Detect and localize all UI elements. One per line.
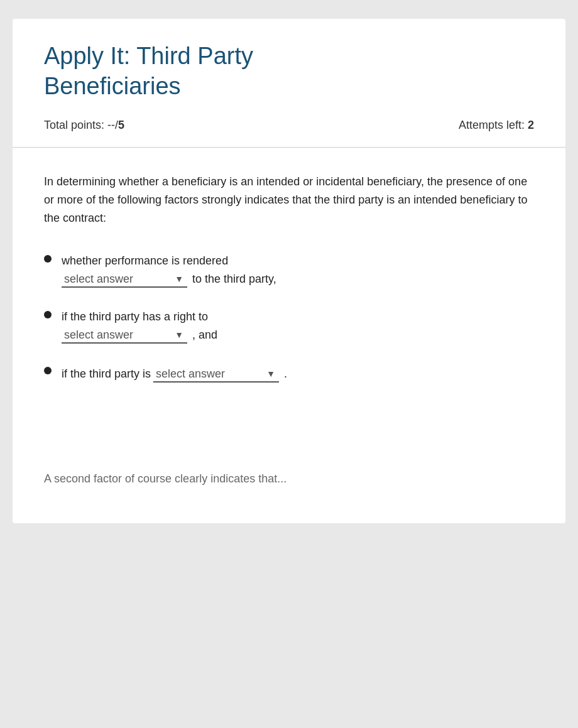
card-body: In determining whether a beneficiary is … [13,148,565,523]
card-meta: Total points: --/5 Attempts left: 2 [44,119,534,132]
dropdown-3[interactable]: select answer [153,366,279,383]
bullet-text-3: if the third party is [62,365,151,383]
list-item: whether performance is rendered select a… [44,252,534,288]
bullet-item-content: whether performance is rendered select a… [62,252,534,288]
page-title: Apply It: Third Party Beneficiaries [44,41,534,101]
bullet-text-2: if the third party has a right to [62,308,534,326]
bullet-item-content: if the third party has a right to select… [62,308,534,344]
bullet-item-content: if the third party is select answer ▼ . [62,364,534,383]
select-wrapper-3: select answer ▼ [153,366,279,383]
suffix-3: . [284,367,287,381]
main-card: Apply It: Third Party Beneficiaries Tota… [13,19,565,523]
select-wrapper-1: select answer ▼ [62,271,187,288]
suffix-1: to the third party, [192,273,276,286]
card-header: Apply It: Third Party Beneficiaries Tota… [13,19,565,148]
list-item: if the third party is select answer ▼ . [44,364,534,383]
bullet-dropdown-line-1: select answer ▼ to the third party, [62,271,534,288]
list-item: if the third party has a right to select… [44,308,534,344]
bullet-dot [44,255,52,263]
bullet-dot [44,367,52,374]
dropdown-2[interactable]: select answer [62,327,187,344]
select-wrapper-2: select answer ▼ [62,327,187,344]
bullet-dropdown-line-2: select answer ▼ , and [62,327,534,344]
dropdown-1[interactable]: select answer [62,271,187,288]
suffix-2: , and [192,329,217,342]
cutoff-text: A second factor of course clearly indica… [44,472,534,486]
bullet-list: whether performance is rendered select a… [44,252,534,383]
bullet-dropdown-line-3: if the third party is select answer ▼ . [62,365,534,383]
attempts-left: Attempts left: 2 [459,119,534,132]
intro-paragraph: In determining whether a beneficiary is … [44,173,534,227]
bullet-dot [44,311,52,318]
bullet-text-1: whether performance is rendered [62,252,534,270]
total-points: Total points: --/5 [44,119,124,132]
page-wrapper: Apply It: Third Party Beneficiaries Tota… [0,0,578,542]
